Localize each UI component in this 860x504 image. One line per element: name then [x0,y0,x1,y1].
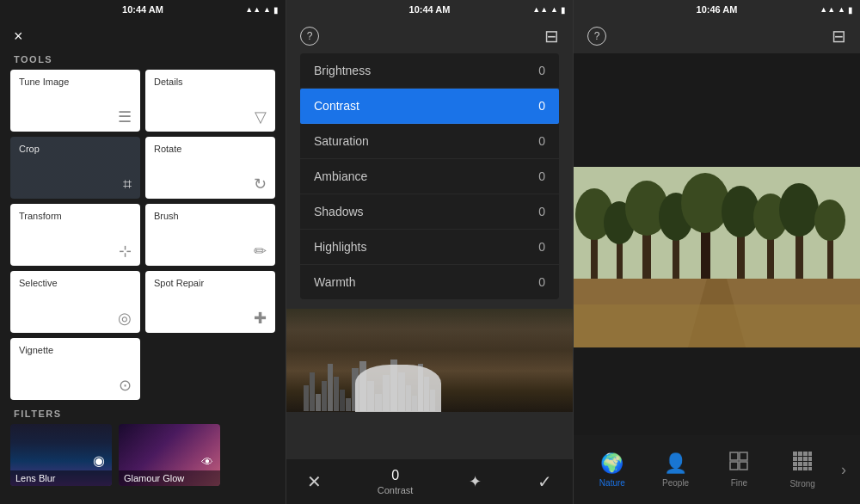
panel2-topbar: ? ⊟ [286,19,573,53]
tools-grid: Tune Image ☰ Details ▽ Crop ⌗ Rotate ↻ T… [0,70,286,400]
tune-shadows-value: 0 [538,205,545,218]
selective-icon: ◎ [118,310,132,326]
tools-section-label: TOOLS [0,51,286,70]
filter-glamour-glow[interactable]: Glamour Glow 👁 [119,424,220,486]
tool-transform[interactable]: Transform ⊹ [10,204,140,266]
signal-icon-2: ▲▲ [532,5,548,14]
wifi-icon: ▲ [263,5,271,14]
signal-icon: ▲▲ [245,5,261,14]
chevron-right-icon: › [841,461,846,479]
tune-highlights-label: Highlights [314,240,366,254]
tune-contrast-label: Contrast [314,99,359,113]
status-bar-1: 10:44 AM ▲▲ ▲ ▮ [0,0,286,19]
panel2-image-area [286,299,573,459]
svg-rect-27 [803,452,808,456]
tune-saturation-value: 0 [538,134,545,148]
svg-rect-34 [798,462,802,466]
tool-vignette-label: Vignette [19,345,132,355]
tool-vignette[interactable]: Vignette ⊙ [10,338,140,400]
wifi-icon-3: ▲ [838,5,845,14]
filter-lens-blur-icon: ◉ [93,452,105,469]
tune-brightness-label: Brightness [314,64,371,77]
tool-spot-repair[interactable]: Spot Repair ✚ [145,271,275,333]
filter-tab-fine[interactable]: Fine [708,452,771,488]
more-button[interactable]: › [834,461,853,479]
status-icons-2: ▲▲ ▲ ▮ [532,5,566,15]
rotate-icon: ↻ [254,176,267,192]
tune-warmth[interactable]: Warmth 0 [300,265,559,299]
tune-image-icon: ☰ [118,109,132,125]
tool-crop-label: Crop [19,144,132,154]
tune-highlights-value: 0 [538,240,545,254]
bottom-center: 0 Contrast [378,468,414,495]
tune-contrast[interactable]: Contrast 0 [300,89,559,124]
status-icons-3: ▲▲ ▲ ▮ [820,5,853,15]
panel-tune: 10:44 AM ▲▲ ▲ ▮ ? ⊟ Brightness 0 Contras… [286,0,574,504]
filter-tab-nature[interactable]: 🌍 Nature [580,452,644,488]
tool-tune-image[interactable]: Tune Image ☰ [10,70,140,132]
help-icon[interactable]: ? [300,27,319,46]
tool-tune-image-label: Tune Image [19,77,132,87]
tool-crop[interactable]: Crop ⌗ [10,137,140,199]
svg-rect-26 [798,452,802,456]
fine-label: Fine [731,478,747,488]
cancel-icon[interactable]: ✕ [307,471,322,492]
tool-spot-repair-label: Spot Repair [154,278,267,288]
battery-icon-3: ▮ [848,5,853,15]
battery-icon: ▮ [273,5,279,15]
confirm-icon[interactable]: ✓ [538,471,552,492]
tool-details[interactable]: Details ▽ [145,70,275,132]
tune-brightness[interactable]: Brightness 0 [300,53,559,89]
close-icon[interactable]: × [14,28,23,46]
tune-ambiance[interactable]: Ambiance 0 [300,159,559,194]
panel3-image-area [574,53,860,435]
help-icon-3[interactable]: ? [587,27,606,46]
svg-point-13 [722,186,759,237]
transform-icon: ⊹ [119,243,132,259]
tool-selective[interactable]: Selective ◎ [10,271,140,333]
filter-glamour-glow-icon: 👁 [201,455,213,469]
svg-rect-35 [803,462,808,466]
svg-rect-33 [793,462,797,466]
tool-rotate[interactable]: Rotate ↻ [145,137,275,199]
panel-tools: 10:44 AM ▲▲ ▲ ▮ × TOOLS Tune Image ☰ Det… [0,0,286,504]
tune-menu: Brightness 0 Contrast 0 Saturation 0 Amb… [300,53,559,299]
tool-details-label: Details [154,77,267,87]
tune-saturation[interactable]: Saturation 0 [300,124,559,159]
filter-tab-strong[interactable]: Strong [771,452,834,489]
status-icons-1: ▲▲ ▲ ▮ [245,5,279,15]
tune-shadows-label: Shadows [314,205,364,218]
svg-rect-29 [793,457,797,461]
tune-warmth-label: Warmth [314,275,355,289]
tune-shadows[interactable]: Shadows 0 [300,194,559,230]
tune-warmth-value: 0 [538,275,545,289]
compare-icon-3[interactable]: ⊟ [832,26,846,46]
tune-highlights[interactable]: Highlights 0 [300,230,559,265]
svg-point-17 [779,183,819,237]
compare-icon[interactable]: ⊟ [544,26,559,46]
tool-brush[interactable]: Brush ✏ [145,204,275,266]
status-bar-3: 10:46 AM ▲▲ ▲ ▮ [574,0,860,19]
svg-point-11 [681,173,729,233]
filter-lens-blur[interactable]: Lens Blur ◉ [10,424,112,486]
wifi-icon-2: ▲ [550,5,558,14]
vignette-icon: ⊙ [119,378,132,393]
svg-rect-38 [798,467,802,470]
tool-brush-label: Brush [154,211,267,221]
auto-icon[interactable]: ✦ [469,472,482,491]
svg-rect-32 [808,457,812,461]
svg-rect-31 [803,457,808,461]
filter-tabs: 🌍 Nature 👤 People Fine [574,435,860,504]
tune-ambiance-value: 0 [538,169,545,183]
details-icon: ▽ [255,109,267,125]
tool-transform-label: Transform [19,211,132,221]
svg-rect-39 [803,467,808,470]
svg-rect-37 [793,467,797,470]
brush-icon: ✏ [254,243,267,259]
svg-rect-24 [740,462,747,470]
time-2: 10:44 AM [409,4,451,15]
panel2-bottombar: ✕ 0 Contrast ✦ ✓ [286,459,573,504]
tune-contrast-value: 0 [538,99,545,113]
filter-tab-people[interactable]: 👤 People [644,452,708,488]
filter-lens-blur-label: Lens Blur [10,470,112,486]
